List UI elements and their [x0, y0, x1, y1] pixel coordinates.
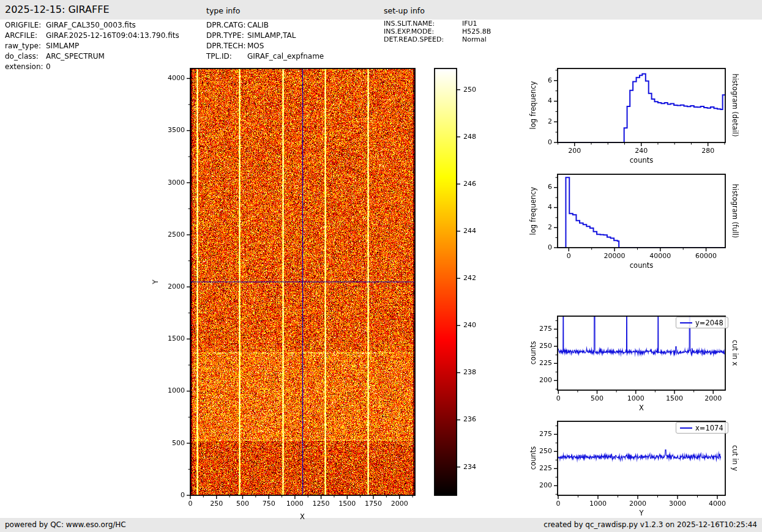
setup-row-slit-name: INS.SLIT.NAME:IFU1	[384, 20, 477, 28]
header-bar	[0, 0, 762, 20]
meta-label: do_class:	[5, 52, 46, 61]
setup-info-section-title: set-up info	[384, 6, 425, 15]
type-info-section-title: type info	[206, 6, 240, 15]
meta-value: MOS	[247, 42, 264, 50]
x-axis-label-cut-x: X	[639, 404, 644, 412]
legend-line-sample	[680, 427, 692, 429]
y-axis-label-cut-x: counts	[529, 341, 537, 364]
meta-value: GIRAF_CAL350_0003.fits	[46, 21, 136, 29]
meta-row-origfile: ORIGFILE:GIRAF_CAL350_0003.fits	[5, 21, 136, 29]
qc-rawdisp-report: 2025-12-15: GIRAFFE type info set-up inf…	[0, 0, 762, 532]
meta-label: DPR.TYPE:	[206, 31, 247, 40]
meta-value: GIRAF.2025-12-16T09:04:13.790.fits	[46, 31, 179, 40]
type-row-dpr-catg: DPR.CATG:CALIB	[206, 21, 269, 29]
meta-label: TPL.ID:	[206, 52, 247, 61]
meta-label: DET.READ.SPEED:	[384, 35, 462, 43]
page-title: 2025-12-15: GIRAFFE	[5, 4, 110, 15]
legend-cut-y: x=1074	[676, 422, 728, 434]
x-axis-label-hist-detail: counts	[630, 156, 653, 164]
legend-line-sample	[680, 322, 692, 323]
legend-cut-x: y=2048	[676, 317, 728, 328]
x-axis-label-hist-full: counts	[630, 261, 653, 270]
meta-row-arcfile: ARCFILE:GIRAF.2025-12-16T09:04:13.790.fi…	[5, 31, 179, 40]
legend-label: y=2048	[695, 319, 723, 327]
meta-label: ARCFILE:	[5, 31, 46, 40]
right-label-cut-y: cut in y	[731, 445, 739, 471]
type-row-dpr-tech: DPR.TECH:MOS	[206, 42, 264, 50]
footer-created-by: created by qc_rawdisp.py v1.2.3 on 2025-…	[543, 520, 757, 529]
x-axis-label-cut-y: Y	[639, 509, 643, 517]
right-label-hist-detail: histogram (detail)	[731, 73, 739, 136]
meta-row-extension: extension:0	[5, 62, 51, 71]
meta-row-do-class: do_class:ARC_SPECTRUM	[5, 52, 105, 61]
meta-value: SIMLAMP	[46, 42, 79, 50]
footer-powered-by: powered by QC: www.eso.org/HC	[5, 520, 126, 529]
type-row-tpl-id: TPL.ID:GIRAF_cal_expfname	[206, 52, 324, 61]
meta-label: raw_type:	[5, 42, 46, 50]
type-row-dpr-type: DPR.TYPE:SIMLAMP,TAL	[206, 31, 296, 40]
setup-row-exp-mode: INS.EXP.MODE:H525.8B	[384, 28, 491, 35]
meta-value: Normal	[462, 35, 487, 43]
meta-label: ORIGFILE:	[5, 21, 46, 29]
meta-label: INS.SLIT.NAME:	[384, 20, 462, 28]
meta-value: CALIB	[247, 21, 269, 29]
setup-row-read-speed: DET.READ.SPEED:Normal	[384, 35, 487, 43]
meta-value: ARC_SPECTRUM	[46, 52, 105, 61]
meta-value: IFU1	[462, 20, 477, 28]
meta-value: SIMLAMP,TAL	[247, 31, 296, 40]
meta-label: DPR.TECH:	[206, 42, 247, 50]
meta-value: 0	[46, 62, 51, 71]
meta-label: DPR.CATG:	[206, 21, 247, 29]
y-axis-label-hist-full: log frequency	[529, 187, 537, 235]
meta-label: extension:	[5, 62, 46, 71]
right-label-hist-full: histogram (full)	[731, 184, 739, 238]
y-axis-label-raw-image: Y	[151, 279, 160, 284]
right-label-cut-x: cut in x	[731, 340, 739, 366]
meta-value: H525.8B	[462, 28, 491, 35]
x-axis-label-raw-image: X	[300, 512, 305, 521]
meta-value: GIRAF_cal_expfname	[247, 52, 324, 61]
meta-row-raw-type: raw_type:SIMLAMP	[5, 42, 79, 50]
y-axis-label-cut-y: counts	[529, 446, 537, 470]
meta-label: INS.EXP.MODE:	[384, 28, 462, 35]
legend-label: x=1074	[695, 424, 723, 432]
y-axis-label-hist-detail: log frequency	[529, 81, 537, 130]
